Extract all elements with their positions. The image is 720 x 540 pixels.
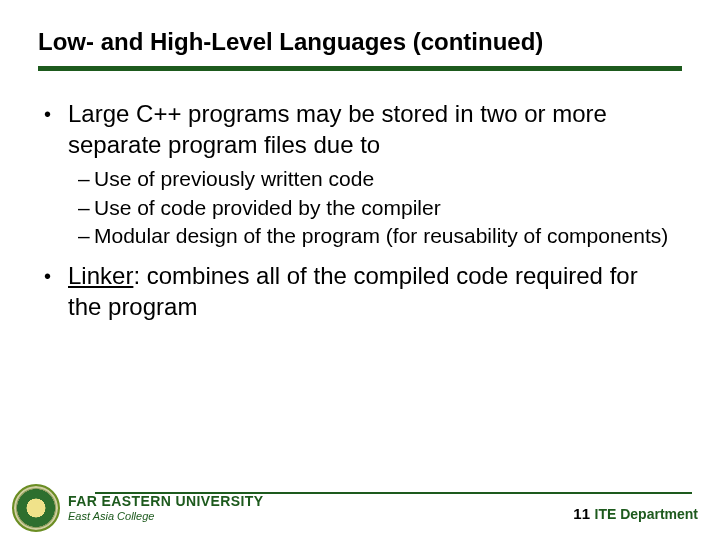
dash-icon: –: [78, 195, 94, 221]
spacer: [44, 251, 672, 261]
bullet-dot-icon: •: [44, 99, 68, 129]
slide: Low- and High-Level Languages (continued…: [0, 0, 720, 540]
page-number: 11: [573, 505, 590, 522]
dash-icon: –: [78, 166, 94, 192]
linker-term: Linker: [68, 262, 133, 289]
title-rule: [38, 66, 682, 71]
bullet-level2: – Modular design of the program (for reu…: [44, 223, 672, 249]
bullet-text: Use of code provided by the compiler: [94, 195, 672, 221]
bullet-text: Modular design of the program (for reusa…: [94, 223, 672, 249]
department-label: ITE Department: [595, 506, 698, 522]
university-seal-icon: [12, 484, 60, 532]
bullet-level1: • Large C++ programs may be stored in tw…: [44, 99, 672, 160]
bullet-dot-icon: •: [44, 261, 68, 291]
footer-rule: [95, 492, 692, 494]
bullet-text: Use of previously written code: [94, 166, 672, 192]
slide-title: Low- and High-Level Languages (continued…: [38, 28, 682, 56]
bullet-level2: – Use of code provided by the compiler: [44, 195, 672, 221]
bullet-text: Large C++ programs may be stored in two …: [68, 99, 672, 160]
slide-content: • Large C++ programs may be stored in tw…: [38, 99, 682, 323]
university-name: FAR EASTERN UNIVERSITY: [68, 494, 264, 509]
bullet-level2: – Use of previously written code: [44, 166, 672, 192]
slide-footer: FAR EASTERN UNIVERSITY East Asia College…: [0, 462, 720, 540]
bullet-text: Linker: combines all of the compiled cod…: [68, 261, 672, 322]
university-text: FAR EASTERN UNIVERSITY East Asia College: [68, 494, 264, 522]
linker-rest: : combines all of the compiled code requ…: [68, 262, 638, 320]
bullet-level1: • Linker: combines all of the compiled c…: [44, 261, 672, 322]
university-subtitle: East Asia College: [68, 511, 264, 523]
dash-icon: –: [78, 223, 94, 249]
